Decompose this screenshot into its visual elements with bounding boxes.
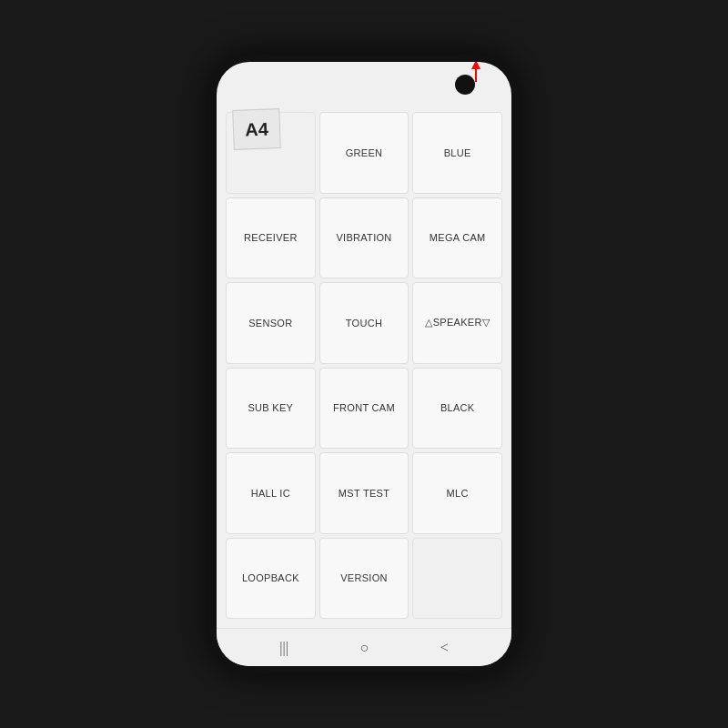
grid-row-1: RECEIVERVIBRATIONMEGA CAM [226,197,502,279]
grid-cell-4-0[interactable]: HALL IC [226,452,316,534]
grid-cell-2-2[interactable]: △SPEAKER▽ [412,282,502,364]
grid-row-3: SUB KEYFRONT CAMBLACK [226,368,502,450]
grid-cell-3-1[interactable]: FRONT CAM [319,368,410,450]
recent-apps-button[interactable]: ||| [279,640,288,656]
grid-cell-2-1[interactable]: TOUCH [319,282,410,364]
grid-cell-2-0[interactable]: SENSOR [226,282,316,364]
grid-cell-1-0[interactable]: RECEIVER [226,197,316,279]
grid-cell-0-2[interactable]: BLUE [412,112,502,194]
grid-row-5: LOOPBACKVERSION [226,538,502,620]
grid-cell-3-0[interactable]: SUB KEY [226,368,316,450]
grid-cell-0-1[interactable]: GREEN [319,112,410,194]
grid-cell-1-2[interactable]: MEGA CAM [412,197,502,279]
grid-cell-5-1[interactable]: VERSION [319,538,410,620]
grid-row-2: SENSORTOUCH△SPEAKER▽ [226,282,502,364]
label-sticker: A4 [232,108,281,150]
arrow-line [475,67,477,82]
back-button[interactable]: < [440,640,449,656]
camera-hole [455,75,475,95]
grid-cell-5-0[interactable]: LOOPBACK [226,538,316,620]
nav-bar: ||| ○ < [217,628,511,666]
grid-cell-5-2 [412,538,502,620]
grid-cell-4-2[interactable]: MLC [412,452,502,534]
grid-cell-4-1[interactable]: MST TEST [319,452,410,534]
camera-arrow [475,67,477,82]
grid-cell-3-2[interactable]: BLACK [412,368,502,450]
arrow-head [471,62,480,69]
phone-device: A4 GREENBLUERECEIVERVIBRATIONMEGA CAMSEN… [209,55,519,673]
home-button[interactable]: ○ [359,640,369,656]
grid-cell-1-1[interactable]: VIBRATION [319,197,410,279]
grid-row-4: HALL ICMST TESTMLC [226,452,502,534]
phone-screen: A4 GREENBLUERECEIVERVIBRATIONMEGA CAMSEN… [217,62,511,666]
